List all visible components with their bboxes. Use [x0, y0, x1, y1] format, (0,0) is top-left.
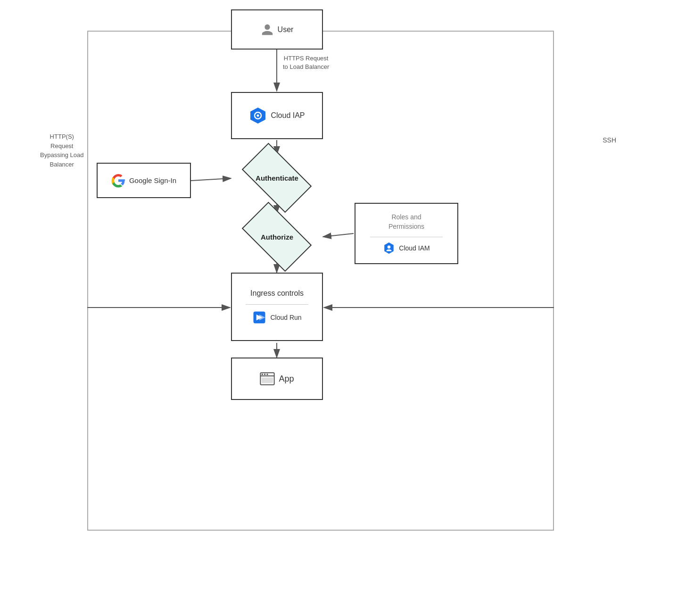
ssh-label: SSH — [603, 136, 616, 145]
authorize-diamond-wrapper: Authorize — [231, 213, 323, 260]
cloud-iap-node: Cloud IAP — [249, 107, 305, 125]
app-node: App — [260, 372, 294, 385]
google-signin-node: Google Sign-In — [111, 174, 176, 188]
svg-point-22 — [262, 374, 263, 375]
cloud-iap-label: Cloud IAP — [271, 111, 305, 120]
svg-point-24 — [267, 374, 268, 375]
cloud-iap-icon — [249, 107, 267, 125]
app-icon — [260, 372, 275, 385]
ingress-box: Ingress controls Cloud Run — [231, 273, 323, 341]
google-signin-label: Google Sign-In — [129, 176, 176, 184]
user-box: User — [231, 9, 323, 50]
app-box: App — [231, 358, 323, 400]
authorize-label: Authorize — [261, 233, 293, 241]
roles-title: Roles andPermissions — [388, 213, 424, 231]
user-label: User — [278, 25, 294, 34]
cloud-iam-node: Cloud IAM — [383, 242, 430, 254]
svg-point-13 — [257, 115, 259, 117]
http-bypass-label: HTTP(S)RequestBypassing LoadBalancer — [40, 132, 84, 169]
cloud-iam-icon — [383, 242, 395, 254]
google-logo-icon — [111, 174, 125, 188]
cloud-iam-label: Cloud IAM — [399, 244, 430, 252]
roles-box: Roles andPermissions Cloud IAM — [355, 203, 458, 264]
google-signin-box: Google Sign-In — [97, 163, 191, 198]
svg-point-23 — [264, 374, 265, 375]
roles-divider — [370, 237, 443, 237]
ingress-title: Ingress controls — [250, 289, 304, 298]
app-label: App — [279, 374, 294, 384]
svg-rect-21 — [262, 377, 273, 383]
https-request-label: HTTPS Requestto Load Balancer — [283, 54, 329, 71]
authenticate-diamond-wrapper: Authenticate — [231, 154, 323, 201]
user-node: User — [261, 23, 294, 36]
cloud-run-label: Cloud Run — [270, 314, 301, 321]
svg-point-15 — [388, 246, 391, 249]
diagram-container: HTTPS Requestto Load Balancer User Cloud… — [0, 0, 694, 616]
authenticate-label: Authenticate — [256, 174, 298, 182]
cloud-run-icon — [252, 310, 266, 325]
cloud-iap-box: Cloud IAP — [231, 92, 323, 139]
ingress-divider — [246, 304, 309, 305]
user-icon — [261, 23, 274, 36]
cloud-run-node: Cloud Run — [252, 310, 301, 325]
